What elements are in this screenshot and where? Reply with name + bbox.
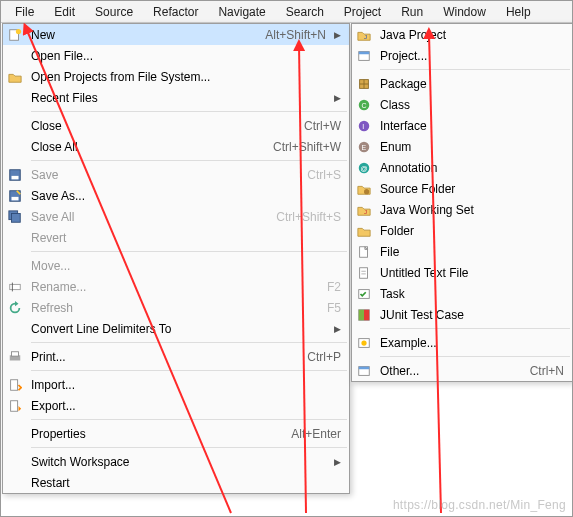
new-item-label: Package — [380, 77, 564, 91]
new-item-folder[interactable]: Folder — [352, 220, 572, 241]
none-icon — [7, 258, 23, 274]
file-item-label: Print... — [31, 350, 297, 364]
new-item-interface[interactable]: IInterface — [352, 115, 572, 136]
new-item-java-working-set[interactable]: JJava Working Set — [352, 199, 572, 220]
file-item-label: Refresh — [31, 301, 317, 315]
file-item-convert-line-delimiters-to[interactable]: Convert Line Delimiters To▶ — [3, 318, 349, 339]
file-item-label: Restart — [31, 476, 341, 490]
new-item-annotation[interactable]: @Annotation — [352, 157, 572, 178]
menu-navigate[interactable]: Navigate — [208, 3, 275, 21]
file-item-save-as[interactable]: Save As... — [3, 185, 349, 206]
accelerator-text: Alt+Shift+N — [265, 28, 326, 42]
menu-run[interactable]: Run — [391, 3, 433, 21]
file-item-import[interactable]: Import... — [3, 374, 349, 395]
file-separator — [31, 251, 347, 252]
svg-rect-36 — [359, 309, 364, 320]
new-item-task[interactable]: Task — [352, 283, 572, 304]
file-item-restart[interactable]: Restart — [3, 472, 349, 493]
file-item-label: Import... — [31, 378, 341, 392]
new-item-other[interactable]: Other...Ctrl+N — [352, 360, 572, 381]
svg-rect-16 — [359, 51, 370, 54]
new-separator — [380, 328, 570, 329]
file-item-label: Open File... — [31, 49, 341, 63]
svg-point-39 — [361, 340, 366, 345]
new-item-label: Enum — [380, 140, 564, 154]
submenu-arrow-icon: ▶ — [334, 93, 341, 103]
text-file-icon — [356, 265, 372, 281]
new-item-label: Other... — [380, 364, 520, 378]
svg-rect-41 — [359, 366, 370, 369]
new-item-label: Example... — [380, 336, 564, 350]
file-item-recent-files[interactable]: Recent Files▶ — [3, 87, 349, 108]
wizard-icon — [356, 363, 372, 379]
file-separator — [31, 447, 347, 448]
working-set-icon: J — [356, 202, 372, 218]
none-icon — [7, 454, 23, 470]
menu-window[interactable]: Window — [433, 3, 496, 21]
example-icon — [356, 335, 372, 351]
enum-icon: E — [356, 139, 372, 155]
svg-rect-13 — [11, 400, 18, 411]
class-icon: C — [356, 97, 372, 113]
file-item-label: Switch Workspace — [31, 455, 326, 469]
new-item-example[interactable]: Example... — [352, 332, 572, 353]
accelerator-text: Ctrl+Shift+S — [276, 210, 341, 224]
menu-project[interactable]: Project — [334, 3, 391, 21]
svg-text:J: J — [364, 32, 367, 39]
accelerator-text: Ctrl+W — [304, 119, 341, 133]
file-item-switch-workspace[interactable]: Switch Workspace▶ — [3, 451, 349, 472]
file-item-close-all[interactable]: Close AllCtrl+Shift+W — [3, 136, 349, 157]
new-separator — [380, 69, 570, 70]
file-item-label: Close All — [31, 140, 263, 154]
file-item-label: Move... — [31, 259, 341, 273]
new-item-label: File — [380, 245, 564, 259]
new-item-project[interactable]: Project... — [352, 45, 572, 66]
svg-text:J: J — [364, 208, 367, 215]
file-item-print[interactable]: Print...Ctrl+P — [3, 346, 349, 367]
svg-rect-31 — [360, 267, 368, 278]
save-as-icon — [7, 188, 23, 204]
new-separator — [380, 356, 570, 357]
file-item-label: Convert Line Delimiters To — [31, 322, 326, 336]
accelerator-text: Ctrl+N — [530, 364, 564, 378]
menu-edit[interactable]: Edit — [44, 3, 85, 21]
new-item-untitled-text-file[interactable]: Untitled Text File — [352, 262, 572, 283]
file-separator — [31, 419, 347, 420]
file-item-label: Save — [31, 168, 297, 182]
file-item-close[interactable]: CloseCtrl+W — [3, 115, 349, 136]
menu-help[interactable]: Help — [496, 3, 541, 21]
new-item-label: Class — [380, 98, 564, 112]
svg-text:I: I — [362, 122, 364, 129]
file-item-open-projects-from-file-system[interactable]: Open Projects from File System... — [3, 66, 349, 87]
submenu-arrow-icon: ▶ — [334, 30, 341, 40]
menu-source[interactable]: Source — [85, 3, 143, 21]
new-item-class[interactable]: CClass — [352, 94, 572, 115]
file-item-properties[interactable]: PropertiesAlt+Enter — [3, 423, 349, 444]
file-separator — [31, 160, 347, 161]
accelerator-text: F2 — [327, 280, 341, 294]
new-item-source-folder[interactable]: Source Folder — [352, 178, 572, 199]
export-icon — [7, 398, 23, 414]
file-item-new[interactable]: NewAlt+Shift+N▶ — [3, 24, 349, 45]
none-icon — [7, 230, 23, 246]
new-item-label: Java Project — [380, 28, 564, 42]
menu-file[interactable]: File — [5, 3, 44, 21]
file-item-save: SaveCtrl+S — [3, 164, 349, 185]
new-item-junit-test-case[interactable]: JUnit Test Case — [352, 304, 572, 325]
new-icon — [7, 27, 23, 43]
new-item-java-project[interactable]: JJava Project — [352, 24, 572, 45]
new-item-file[interactable]: File — [352, 241, 572, 262]
file-item-label: Rename... — [31, 280, 317, 294]
new-item-package[interactable]: Package — [352, 73, 572, 94]
new-item-enum[interactable]: EEnum — [352, 136, 572, 157]
file-icon — [356, 244, 372, 260]
none-icon — [7, 48, 23, 64]
file-item-open-file[interactable]: Open File... — [3, 45, 349, 66]
submenu-arrow-icon: ▶ — [334, 457, 341, 467]
svg-point-28 — [364, 189, 369, 194]
new-item-label: Annotation — [380, 161, 564, 175]
menu-refactor[interactable]: Refactor — [143, 3, 208, 21]
menu-search[interactable]: Search — [276, 3, 334, 21]
file-item-export[interactable]: Export... — [3, 395, 349, 416]
file-separator — [31, 342, 347, 343]
